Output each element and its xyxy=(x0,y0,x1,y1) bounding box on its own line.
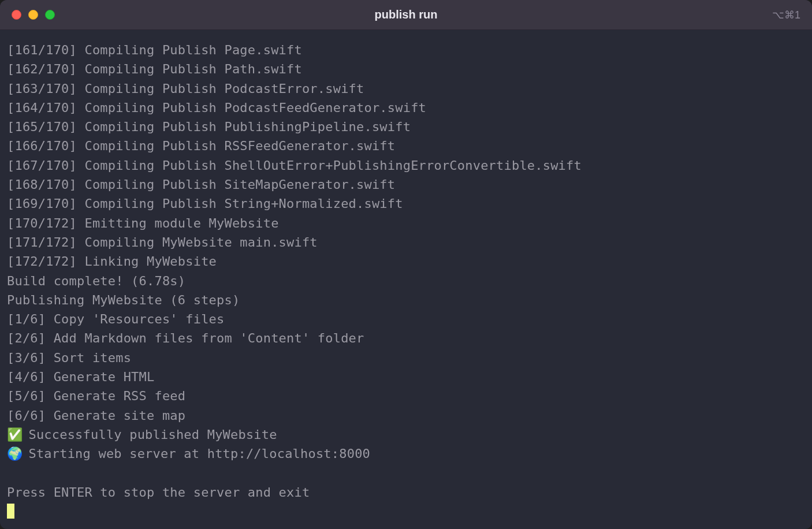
minimize-button[interactable] xyxy=(28,10,38,20)
terminal-line: [172/172] Linking MyWebsite xyxy=(7,252,805,271)
terminal-line: [166/170] Compiling Publish RSSFeedGener… xyxy=(7,136,805,155)
terminal-window: publish run ⌥⌘1 [161/170] Compiling Publ… xyxy=(0,0,812,529)
zoom-button[interactable] xyxy=(45,10,55,20)
terminal-line: ✅ Successfully published MyWebsite xyxy=(7,425,805,444)
terminal-line: [4/6] Generate HTML xyxy=(7,367,805,386)
globe-icon: 🌍 xyxy=(7,444,21,463)
terminal-line: [2/6] Add Markdown files from 'Content' … xyxy=(7,329,805,348)
terminal-line: [167/170] Compiling Publish ShellOutErro… xyxy=(7,156,805,175)
terminal-line: 🌍 Starting web server at http://localhos… xyxy=(7,444,805,463)
checkmark-icon: ✅ xyxy=(7,425,21,444)
terminal-line: [3/6] Sort items xyxy=(7,348,805,367)
terminal-line: [168/170] Compiling Publish SiteMapGener… xyxy=(7,175,805,194)
terminal-prompt-line: Press ENTER to stop the server and exit xyxy=(7,483,805,502)
blank-line xyxy=(7,464,805,483)
terminal-line: [5/6] Generate RSS feed xyxy=(7,386,805,405)
titlebar: publish run ⌥⌘1 xyxy=(0,0,812,30)
server-text: Starting web server at http://localhost:… xyxy=(21,446,370,461)
terminal-line: Build complete! (6.78s) xyxy=(7,271,805,290)
terminal-line: [163/170] Compiling Publish PodcastError… xyxy=(7,79,805,98)
traffic-lights xyxy=(12,10,55,20)
terminal-cursor xyxy=(7,504,14,519)
terminal-line: [165/170] Compiling Publish PublishingPi… xyxy=(7,117,805,136)
terminal-line: [1/6] Copy 'Resources' files xyxy=(7,310,805,329)
close-button[interactable] xyxy=(12,10,21,20)
terminal-line: [169/170] Compiling Publish String+Norma… xyxy=(7,194,805,213)
terminal-line: [161/170] Compiling Publish Page.swift xyxy=(7,40,805,59)
terminal-line: [171/172] Compiling MyWebsite main.swift xyxy=(7,233,805,252)
terminal-line: [170/172] Emitting module MyWebsite xyxy=(7,214,805,233)
terminal-content[interactable]: [161/170] Compiling Publish Page.swift [… xyxy=(0,30,812,529)
terminal-line: [164/170] Compiling Publish PodcastFeedG… xyxy=(7,98,805,117)
cursor-line xyxy=(7,502,805,521)
terminal-line: Publishing MyWebsite (6 steps) xyxy=(7,290,805,310)
terminal-line: [6/6] Generate site map xyxy=(7,406,805,425)
success-text: Successfully published MyWebsite xyxy=(21,427,277,442)
window-title: publish run xyxy=(375,8,438,21)
terminal-line: [162/170] Compiling Publish Path.swift xyxy=(7,59,805,79)
window-shortcut: ⌥⌘1 xyxy=(772,9,800,21)
